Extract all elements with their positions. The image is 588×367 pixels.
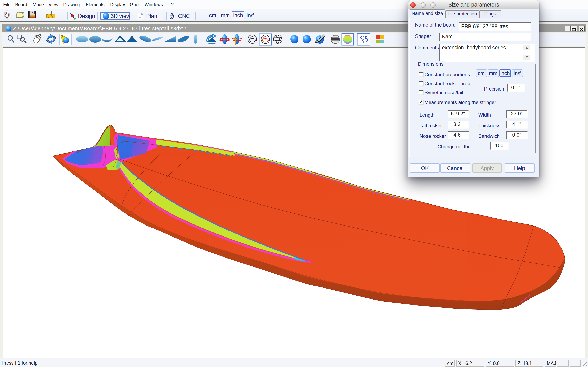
svg-text:0: 0 — [52, 16, 53, 18]
svg-text:1: 1 — [48, 16, 49, 18]
